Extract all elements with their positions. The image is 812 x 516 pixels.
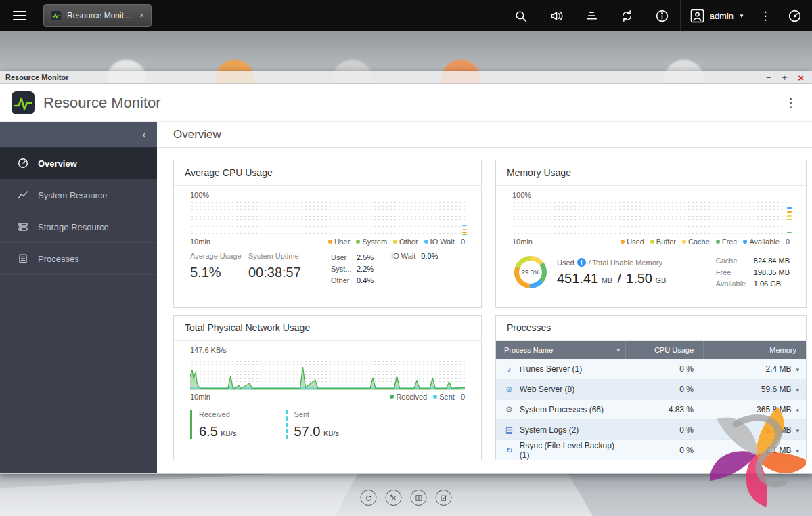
search-button[interactable] <box>503 0 539 31</box>
process-table-body: ♪iTunes Server (1)0 %2.4 MB▾⊛Web Server … <box>496 359 806 460</box>
sort-caret-icon[interactable]: ▾ <box>616 347 620 353</box>
legend-label: Available <box>749 238 779 246</box>
cpu-stat-row: User2.5% <box>331 252 374 263</box>
avg-usage-label: Average Usage <box>190 252 248 260</box>
network-zero-label: 0 <box>461 393 465 401</box>
process-name-cell: ♪iTunes Server (1) <box>496 364 625 374</box>
used-edge-mark <box>787 211 792 213</box>
memory-info-icon[interactable]: i <box>577 258 586 267</box>
expand-caret-icon[interactable]: ▾ <box>796 387 799 393</box>
memory-stat-row: Free198.35 MB <box>716 267 790 278</box>
close-button[interactable]: × <box>798 72 804 83</box>
memory-stat-row: Cache824.84 MB <box>716 255 790 267</box>
sidebar-item-system-resource[interactable]: System Resource <box>0 179 157 211</box>
app-title: Resource Monitor <box>43 94 781 112</box>
globe-icon: ⊛ <box>504 385 514 394</box>
network-x-label: 10min <box>190 393 210 401</box>
user-menu[interactable]: admin ▼ <box>681 0 754 31</box>
legend-label: Cache <box>688 238 710 246</box>
desktop-dock <box>361 490 452 506</box>
received-stat: Received 6.5 KB/s <box>190 410 237 439</box>
background-tasks-button[interactable] <box>574 0 610 31</box>
total-usable-label: / Total Usable Memory <box>589 259 662 267</box>
used-legend-dot <box>621 240 625 244</box>
resource-monitor-icon <box>51 10 62 21</box>
cpu-chart <box>190 201 465 235</box>
process-name-cell: ⚙System Processes (66) <box>496 405 625 414</box>
memory-y-max-label: 100% <box>512 191 790 199</box>
line-chart-icon <box>18 190 28 200</box>
recycle-shortcut-button[interactable] <box>361 490 377 506</box>
process-cpu-cell: 0 % <box>625 385 703 394</box>
cpu-zero-label: 0 <box>461 238 465 246</box>
column-memory[interactable]: Memory <box>703 341 806 359</box>
legend-label: IO Wait <box>430 238 455 246</box>
memory-x-label: 10min <box>512 238 533 246</box>
window-titlebar[interactable]: Resource Monitor − + × <box>0 71 812 84</box>
compose-shortcut-button[interactable] <box>436 490 452 506</box>
collapse-sidebar-button[interactable]: ‹ <box>0 122 157 148</box>
minimize-button[interactable]: − <box>766 73 771 82</box>
process-row[interactable]: ⊛Web Server (8)0 %59.6 MB▾ <box>496 379 806 400</box>
cpu-stat-row: Other0.4% <box>331 275 374 286</box>
process-cpu-cell: 0 % <box>625 425 703 435</box>
tab-close-icon[interactable]: × <box>139 11 144 20</box>
sidebar-item-storage-resource[interactable]: Storage Resource <box>0 211 157 243</box>
app-header: Resource Monitor ⋮ <box>0 84 812 122</box>
memory-stat-row: Available1.06 GB <box>716 278 790 290</box>
free-legend-dot <box>716 240 720 244</box>
user-caret-icon: ▼ <box>739 13 744 19</box>
process-row[interactable]: ▤System Logs (2)0 %6.7 MB▾ <box>496 420 806 440</box>
tools-shortcut-button[interactable] <box>386 490 402 506</box>
cpu-x-label: 10min <box>190 238 210 246</box>
columns-icon <box>414 494 423 502</box>
process-row[interactable]: ♪iTunes Server (1)0 %2.4 MB▾ <box>496 359 806 379</box>
process-memory-cell: 365.8 MB▾ <box>703 405 806 414</box>
expand-caret-icon[interactable]: ▾ <box>796 448 799 454</box>
cpu-y-max-label: 100% <box>190 191 465 199</box>
gear-icon: ⚙ <box>504 405 514 414</box>
dashboard-gauge-icon <box>788 9 802 23</box>
sent-stat: Sent 57.0 KB/s <box>286 410 340 439</box>
expand-caret-icon[interactable]: ▾ <box>796 407 799 414</box>
process-memory-cell: 2.4 MB▾ <box>703 364 806 374</box>
process-row[interactable]: ⚙System Processes (66)4.83 %365.8 MB▾ <box>496 400 806 420</box>
column-process-name[interactable]: Process Name▾ <box>496 341 625 359</box>
process-cpu-cell: 0 % <box>625 364 703 374</box>
gauge-icon <box>18 158 28 169</box>
app-menu-dots-button[interactable]: ⋮ <box>781 95 801 110</box>
system-edge-mark <box>462 234 467 235</box>
more-options-button[interactable]: ⋮ <box>754 9 777 23</box>
sidebar-item-overview[interactable]: Overview <box>0 148 157 179</box>
legend-label: Sent <box>439 393 455 401</box>
top-bar: Resource Monit... × admin ▼ ⋮ <box>0 0 812 31</box>
notifications-button[interactable] <box>645 0 680 31</box>
app-tab-resource-monitor[interactable]: Resource Monit... × <box>43 4 152 27</box>
legend-label: Other <box>399 238 418 246</box>
swirl-icon <box>364 494 373 502</box>
legend-label: System <box>362 238 387 246</box>
process-row[interactable]: ↻Rsync (File-Level Backup) (1)0 %2.1 MB▾ <box>496 440 806 460</box>
available-edge-mark <box>787 207 792 209</box>
volume-button[interactable] <box>539 0 574 31</box>
expand-caret-icon[interactable]: ▾ <box>796 427 799 434</box>
legend-label: Received <box>396 393 427 401</box>
memory-chart <box>512 201 790 235</box>
external-device-button[interactable] <box>610 0 645 31</box>
tab-label: Resource Monit... <box>67 11 131 20</box>
process-memory-cell: 2.1 MB▾ <box>703 446 806 455</box>
main-menu-button[interactable] <box>0 0 39 31</box>
expand-caret-icon[interactable]: ▾ <box>796 366 799 373</box>
column-cpu-usage[interactable]: CPU Usage <box>625 341 703 359</box>
user-legend-dot <box>328 240 332 244</box>
legend-label: User <box>334 238 350 246</box>
panels-shortcut-button[interactable] <box>411 490 427 506</box>
tools-icon <box>389 494 398 502</box>
donut-value: 29.3% <box>522 269 540 276</box>
resource-monitor-logo-icon <box>11 91 35 115</box>
legend-label: Used <box>627 238 644 246</box>
dashboard-button[interactable] <box>777 0 812 31</box>
sidebar-item-processes[interactable]: Processes <box>0 243 157 275</box>
maximize-button[interactable]: + <box>782 73 788 82</box>
used-label: Used <box>557 259 574 267</box>
